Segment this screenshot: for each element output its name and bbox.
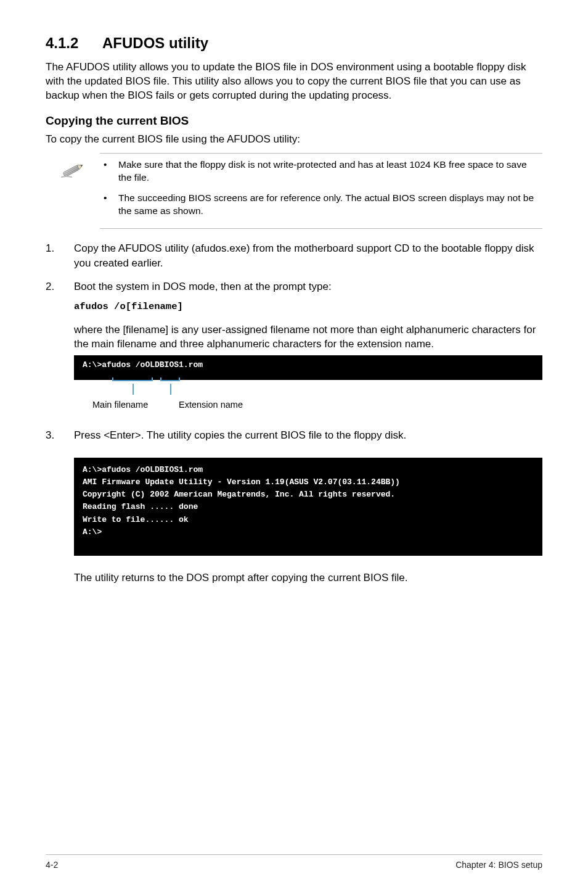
terminal-line: A:\>afudos /oOLDBIOS1.rom (83, 464, 534, 476)
callout-line (170, 384, 171, 395)
terminal-line: Copyright (C) 2002 American Megatrends, … (83, 489, 534, 501)
step-text: where the [filename] is any user-assigne… (74, 323, 542, 352)
note-item: Make sure that the floppy disk is not wr… (100, 159, 542, 184)
terminal-line: A:\> (83, 526, 534, 538)
step-text: Press <Enter>. The utility copies the cu… (74, 429, 406, 441)
callout-line (152, 377, 153, 381)
step-text: Copy the AFUDOS utility (afudos.exe) fro… (74, 242, 534, 269)
filename-annotation: Main filename Extension name (74, 384, 542, 419)
steps-list: Copy the AFUDOS utility (afudos.exe) fro… (46, 241, 542, 585)
note-list: Make sure that the floppy disk is not wr… (100, 159, 542, 218)
terminal-line: Write to file...... ok (83, 514, 534, 526)
step-item: Press <Enter>. The utility copies the cu… (46, 428, 542, 585)
intro-paragraph: The AFUDOS utility allows you to update … (46, 60, 542, 103)
subsection-heading: Copying the current BIOS (46, 114, 542, 128)
divider (100, 228, 542, 229)
code-command: afudos /o[filename] (74, 300, 542, 314)
annotation-label-ext: Extension name (179, 398, 243, 411)
note-item: The succeeding BIOS screens are for refe… (100, 192, 542, 218)
callout-line (160, 377, 161, 381)
step-item: Boot the system in DOS mode, then at the… (46, 279, 542, 419)
subsection-intro: To copy the current BIOS file using the … (46, 133, 542, 147)
callout-line (179, 377, 180, 381)
terminal-line: AMI Firmware Update Utility - Version 1.… (83, 476, 534, 489)
terminal-output: A:\>afudos /oOLDBIOS1.rom AMI Firmware U… (74, 458, 542, 556)
section-number: 4.1.2 (46, 35, 102, 52)
step-text: The utility returns to the DOS prompt af… (74, 571, 542, 585)
terminal-line: A:\>afudos /oOLDBIOS1.rom (83, 359, 534, 371)
annotation-label-main: Main filename (92, 398, 148, 411)
page-number: 4-2 (46, 860, 58, 870)
callout-line (112, 377, 113, 381)
section-heading: 4.1.2AFUDOS utility (46, 35, 542, 52)
terminal-line: Reading flash ..... done (83, 501, 534, 513)
step-text: Boot the system in DOS mode, then at the… (74, 281, 332, 292)
callout-line (112, 380, 153, 381)
step-item: Copy the AFUDOS utility (afudos.exe) fro… (46, 241, 542, 271)
terminal-output: A:\>afudos /oOLDBIOS1.rom (74, 355, 542, 380)
callout-line (133, 384, 134, 395)
section-title: AFUDOS utility (102, 35, 208, 51)
page-footer: 4-2 Chapter 4: BIOS setup (46, 860, 542, 870)
pencil-icon (59, 161, 86, 179)
footer-divider (46, 854, 542, 855)
note-block: Make sure that the floppy disk is not wr… (46, 153, 542, 229)
footer-chapter: Chapter 4: BIOS setup (455, 860, 542, 870)
callout-line (160, 380, 180, 381)
